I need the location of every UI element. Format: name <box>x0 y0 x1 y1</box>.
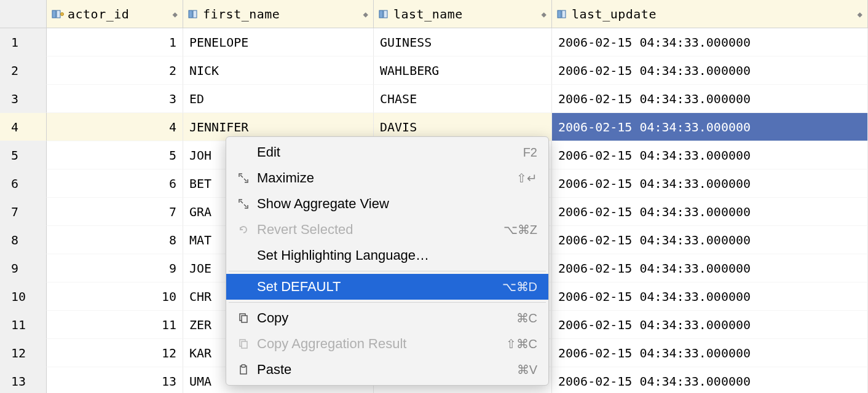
row-number[interactable]: 9 <box>0 254 47 282</box>
menu-item-shortcut: ⌥⌘Z <box>503 222 537 237</box>
cell-actor-id[interactable]: 2 <box>47 56 183 85</box>
cell-last-name[interactable]: CHASE <box>374 85 552 113</box>
column-label: last_name <box>393 7 463 21</box>
row-number[interactable]: 2 <box>0 56 47 85</box>
context-menu: EditF2Maximize⇧↵Show Aggregate ViewRever… <box>226 136 549 386</box>
cell-last-update[interactable]: 2006-02-15 04:34:33.000000 <box>552 282 868 311</box>
menu-item-label: Copy <box>253 310 516 326</box>
column-label: last_update <box>572 7 657 21</box>
row-number[interactable]: 3 <box>0 85 47 113</box>
row-number[interactable]: 11 <box>0 311 47 339</box>
svg-rect-1 <box>57 10 60 18</box>
column-header-last-name[interactable]: last_name ◆ <box>374 0 552 28</box>
row-number[interactable]: 12 <box>0 339 47 367</box>
svg-point-2 <box>61 12 64 15</box>
cell-last-update[interactable]: 2006-02-15 04:34:33.000000 <box>552 367 868 393</box>
row-number[interactable]: 13 <box>0 367 47 393</box>
svg-rect-0 <box>52 10 56 18</box>
svg-rect-3 <box>189 10 192 18</box>
svg-rect-6 <box>384 10 387 18</box>
menu-item-shortcut: F2 <box>523 146 537 160</box>
svg-rect-7 <box>558 10 561 18</box>
cell-last-update[interactable]: 2006-02-15 04:34:33.000000 <box>552 311 868 339</box>
menu-item-shortcut: ⌘C <box>516 311 537 325</box>
cell-actor-id[interactable]: 12 <box>47 339 183 367</box>
menu-item-label: Set DEFAULT <box>253 279 502 295</box>
menu-item-copy-aggregation-result: Copy Aggregation Result⇧⌘C <box>226 331 548 357</box>
menu-item-shortcut: ⌘V <box>517 362 537 377</box>
cell-actor-id[interactable]: 4 <box>47 113 183 141</box>
menu-item-label: Set Highlighting Language… <box>253 247 537 263</box>
cell-first-name[interactable]: PENELOPE <box>183 28 374 56</box>
cell-last-update[interactable]: 2006-02-15 04:34:33.000000 <box>552 85 868 113</box>
cell-last-update[interactable]: 2006-02-15 04:34:33.000000 <box>552 169 868 198</box>
cell-actor-id[interactable]: 7 <box>47 198 183 226</box>
cell-last-update[interactable]: 2006-02-15 04:34:33.000000 <box>552 56 868 85</box>
row-number[interactable]: 5 <box>0 141 47 169</box>
cell-last-update[interactable]: 2006-02-15 04:34:33.000000 <box>552 339 868 367</box>
row-number[interactable]: 6 <box>0 169 47 198</box>
cell-actor-id[interactable]: 8 <box>47 226 183 254</box>
column-label: first_name <box>203 7 280 21</box>
row-number[interactable]: 1 <box>0 28 47 56</box>
column-header-first-name[interactable]: first_name ◆ <box>183 0 374 28</box>
cell-first-name[interactable]: ED <box>183 85 374 113</box>
cell-last-name[interactable]: GUINESS <box>374 28 552 56</box>
cell-last-update[interactable]: 2006-02-15 04:34:33.000000 <box>552 254 868 282</box>
copy-icon <box>234 338 253 349</box>
menu-item-edit[interactable]: EditF2 <box>226 139 548 165</box>
cell-first-name[interactable]: NICK <box>183 56 374 85</box>
menu-item-revert-selected: Revert Selected⌥⌘Z <box>226 217 548 243</box>
cell-actor-id[interactable]: 6 <box>47 169 183 198</box>
cell-last-update[interactable]: 2006-02-15 04:34:33.000000 <box>552 28 868 56</box>
row-number[interactable]: 8 <box>0 226 47 254</box>
cell-actor-id[interactable]: 9 <box>47 254 183 282</box>
column-icon <box>379 9 390 20</box>
menu-item-copy[interactable]: Copy⌘C <box>226 305 548 331</box>
column-icon <box>188 9 199 20</box>
row-number[interactable]: 4 <box>0 113 47 141</box>
undo-icon <box>234 224 253 235</box>
copy-icon <box>234 313 253 324</box>
menu-item-set-default[interactable]: Set DEFAULT⌥⌘D <box>226 274 548 300</box>
menu-item-label: Paste <box>253 362 517 378</box>
svg-rect-5 <box>379 10 383 18</box>
table-corner <box>0 0 47 28</box>
svg-rect-12 <box>242 341 247 348</box>
sort-icon[interactable]: ◆ <box>542 9 546 19</box>
menu-item-label: Maximize <box>253 170 516 186</box>
cell-last-name[interactable]: WAHLBERG <box>374 56 552 85</box>
cell-last-update[interactable]: 2006-02-15 04:34:33.000000 <box>552 141 868 169</box>
cell-last-update[interactable]: 2006-02-15 04:34:33.000000 <box>552 226 868 254</box>
column-label: actor_id <box>68 7 129 21</box>
menu-item-set-highlighting-language[interactable]: Set Highlighting Language… <box>226 243 548 268</box>
cell-actor-id[interactable]: 13 <box>47 367 183 393</box>
menu-item-label: Revert Selected <box>253 222 503 238</box>
cell-last-update[interactable]: 2006-02-15 04:34:33.000000 <box>552 113 868 141</box>
menu-item-maximize[interactable]: Maximize⇧↵ <box>226 165 548 191</box>
row-number[interactable]: 7 <box>0 198 47 226</box>
cell-actor-id[interactable]: 5 <box>47 141 183 169</box>
sort-icon[interactable]: ◆ <box>173 9 178 19</box>
row-number[interactable]: 10 <box>0 282 47 311</box>
sort-icon[interactable]: ◆ <box>363 9 368 19</box>
cell-actor-id[interactable]: 3 <box>47 85 183 113</box>
menu-item-shortcut: ⇧⌘C <box>506 337 537 351</box>
menu-item-shortcut: ⌥⌘D <box>502 279 537 294</box>
column-header-last-update[interactable]: last_update ◆ <box>552 0 868 28</box>
expand-icon <box>234 198 253 209</box>
menu-item-show-aggregate-view[interactable]: Show Aggregate View <box>226 191 548 217</box>
menu-item-label: Copy Aggregation Result <box>253 336 506 352</box>
cell-last-update[interactable]: 2006-02-15 04:34:33.000000 <box>552 198 868 226</box>
cell-actor-id[interactable]: 1 <box>47 28 183 56</box>
cell-actor-id[interactable]: 11 <box>47 311 183 339</box>
cell-actor-id[interactable]: 10 <box>47 282 183 311</box>
menu-item-paste[interactable]: Paste⌘V <box>226 357 548 383</box>
menu-item-label: Edit <box>253 144 523 160</box>
pk-column-icon <box>52 9 64 20</box>
menu-item-shortcut: ⇧↵ <box>516 171 537 185</box>
svg-rect-4 <box>193 10 197 18</box>
sort-icon[interactable]: ◆ <box>858 9 862 19</box>
column-header-actor-id[interactable]: actor_id ◆ <box>47 0 183 28</box>
svg-rect-10 <box>242 316 247 322</box>
